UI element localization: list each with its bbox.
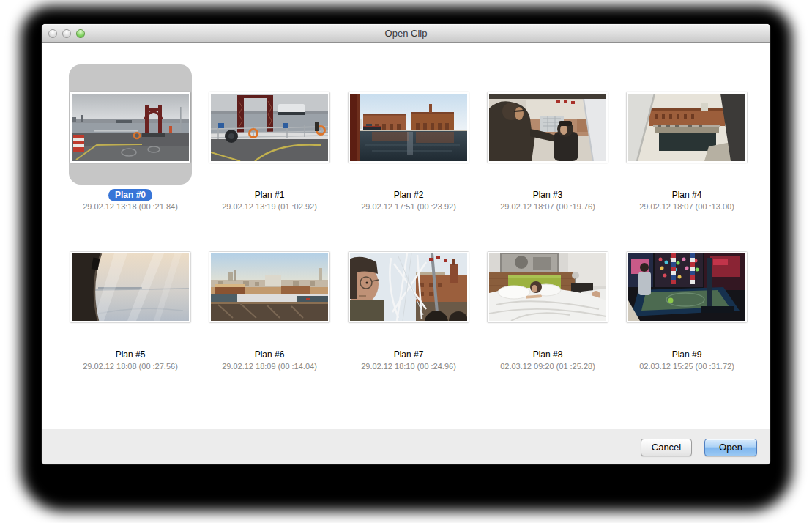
- clip-item-1[interactable]: Plan #1 29.02.12 13:19 (01 :02.92): [208, 64, 331, 212]
- open-clip-dialog: Open Clip: [42, 24, 770, 464]
- clip-item-2[interactable]: Plan #2 29.02.12 17:51 (00 :23.92): [347, 64, 470, 212]
- clip-thumbnail-8[interactable]: [488, 252, 608, 322]
- zoom-button[interactable]: [76, 29, 85, 38]
- clip-item-6[interactable]: Plan #6 29.02.12 18:09 (00 :14.04): [208, 224, 331, 371]
- cancel-button[interactable]: Cancel: [641, 439, 692, 456]
- clip-item-3[interactable]: Plan #3 29.02.12 18:07 (00 :19.76): [486, 64, 609, 212]
- clip-item-0[interactable]: Plan #0 29.02.12 13:18 (00 :21.84): [69, 64, 192, 212]
- clip-thumbnail-2[interactable]: [349, 92, 469, 163]
- window-title: Open Clip: [42, 24, 770, 42]
- clip-thumbnail-7[interactable]: [349, 252, 469, 322]
- clip-item-9[interactable]: Plan #9 02.03.12 15:25 (00 :31.72): [625, 224, 748, 371]
- selection-highlight[interactable]: [69, 64, 192, 185]
- clip-thumbnail-0[interactable]: [70, 92, 190, 163]
- screenshot-stage: Open Clip: [0, 0, 812, 523]
- clip-meta: 29.02.12 13:18 (00 :21.84): [69, 202, 192, 212]
- title-bar[interactable]: Open Clip: [42, 24, 770, 43]
- clip-item-8[interactable]: Plan #8 02.03.12 09:20 (01 :25.28): [486, 224, 609, 371]
- clip-thumbnail-6[interactable]: [209, 252, 329, 322]
- open-button[interactable]: Open: [704, 439, 757, 456]
- clip-thumbnail-3[interactable]: [488, 92, 608, 163]
- clip-item-5[interactable]: Plan #5 29.02.12 18:08 (00 :27.56): [69, 224, 192, 371]
- clip-thumbnail-4[interactable]: [627, 92, 747, 163]
- clip-item-7[interactable]: Plan #7 29.02.12 18:10 (00 :24.96): [347, 224, 470, 371]
- clip-item-4[interactable]: Plan #4 29.02.12 18:07 (00 :13.00): [625, 64, 748, 212]
- dialog-footer: Cancel Open: [42, 429, 770, 464]
- clip-thumbnail-5[interactable]: [70, 252, 190, 322]
- traffic-lights: [48, 29, 85, 38]
- close-button[interactable]: [48, 29, 57, 38]
- minimize-button[interactable]: [62, 29, 71, 38]
- clip-label: Plan #0: [69, 190, 192, 201]
- clip-thumbnail-1[interactable]: [209, 92, 329, 163]
- clip-grid-area: Plan #0 29.02.12 13:18 (00 :21.84): [42, 43, 770, 429]
- clip-thumbnail-9[interactable]: [627, 252, 747, 322]
- clip-grid: Plan #0 29.02.12 13:18 (00 :21.84): [69, 64, 748, 371]
